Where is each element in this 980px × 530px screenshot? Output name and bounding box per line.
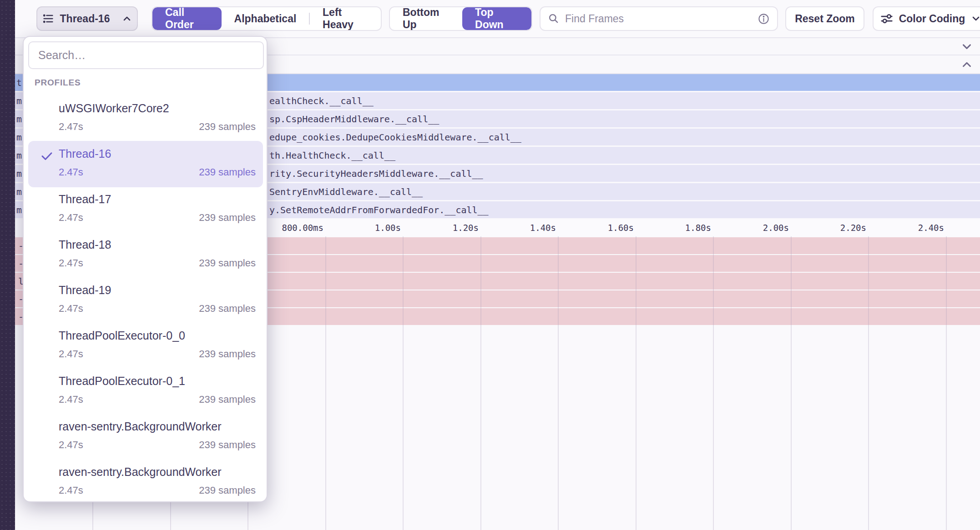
toolbar: Thread-16 Call Order Alphabetical Left H… [15,0,980,37]
profiles-dropdown-panel: PROFILES uWSGIWorker7Core2 2.47s 239 sam… [23,36,268,502]
profile-name: ThreadPoolExecutor-0_0 [59,329,185,342]
search-icon [548,13,560,25]
direction-segmented-control: Bottom Up Top Down [389,6,532,31]
tab-top-down[interactable]: Top Down [462,7,531,30]
frame-label: th.HealthCheck.__call__ [269,150,395,161]
profile-item-raven-sentry-backgroundworker-1[interactable]: raven-sentry.BackgroundWorker 2.47s 239 … [24,415,268,460]
frame-label: SentryEnvMiddleware.__call__ [269,186,423,197]
profile-duration: 2.47s [59,303,83,315]
profile-item-threadpoolexecutor-0-1[interactable]: ThreadPoolExecutor-0_1 2.47s 239 samples [24,369,268,415]
check-icon [40,149,54,163]
profile-samples: 239 samples [199,212,256,224]
info-icon[interactable] [758,13,770,25]
tab-left-heavy[interactable]: Left Heavy [310,7,381,30]
profile-duration: 2.47s [59,166,83,178]
axis-tick: 1.40s [483,223,556,233]
profile-duration: 2.47s [59,394,83,405]
profiles-list: uWSGIWorker7Core2 2.47s 239 samples Thre… [24,96,268,505]
gridline [325,236,326,530]
frame-left-char: t [16,77,22,88]
profile-name: Thread-19 [59,284,111,297]
frame-left-char: m [16,150,22,161]
axis-tick: 1.20s [406,223,479,233]
axis-tick: 2.40s [871,223,944,233]
profile-name: Thread-17 [59,193,111,206]
profile-item-thread-19[interactable]: Thread-19 2.47s 239 samples [24,278,268,324]
profile-name: Thread-18 [59,238,111,251]
axis-tick: 1.00s [328,223,401,233]
profile-item-threadpoolexecutor-0-0[interactable]: ThreadPoolExecutor-0_0 2.47s 239 samples [24,324,268,369]
axis-tick: 1.80s [638,223,711,233]
profile-samples: 239 samples [199,485,256,496]
reset-zoom-label: Reset Zoom [795,13,855,25]
frame-left-char: m [16,186,22,197]
chevron-up-icon[interactable] [960,58,974,71]
profile-samples: 239 samples [199,121,256,133]
profile-duration: 2.47s [59,212,83,224]
profile-samples: 239 samples [199,257,256,269]
gridline [713,236,714,530]
color-coding-button[interactable]: Color Coding [873,6,980,31]
frame-label: ealthCheck.__call__ [269,95,374,106]
chevron-down-icon [970,13,980,24]
profile-samples: 239 samples [199,166,256,178]
tab-alphabetical[interactable]: Alphabetical [222,7,309,30]
profile-name: raven-sentry.BackgroundWorker [59,465,222,479]
frame-left-char: m [16,95,22,106]
gridline [791,236,792,530]
axis-tick: 1.60s [561,223,634,233]
profile-item-raven-sentry-backgroundworker-2[interactable]: raven-sentry.BackgroundWorker 2.47s 239 … [24,460,268,505]
gridline [636,236,636,530]
profile-duration: 2.47s [59,257,83,269]
profile-item-thread-18[interactable]: Thread-18 2.47s 239 samples [24,233,268,278]
profiles-section-label: PROFILES [35,78,81,88]
frame-left-char: m [16,132,22,143]
axis-tick: 2.00s [716,223,789,233]
list-icon [42,12,55,25]
flamegraph-app: Thread-16 Call Order Alphabetical Left H… [0,0,980,530]
profiles-search-input[interactable] [28,41,264,69]
profile-item-thread-17[interactable]: Thread-17 2.47s 239 samples [24,187,268,233]
profile-item-uwsgiworker7core2[interactable]: uWSGIWorker7Core2 2.47s 239 samples [24,96,268,142]
sort-segmented-control: Call Order Alphabetical Left Heavy [152,6,382,31]
thread-selector-button[interactable]: Thread-16 [36,6,138,31]
frame-label: y.SetRemoteAddrFromForwardedFor.__call__ [269,205,489,215]
sliders-icon [880,12,894,25]
axis-tick: 2.20s [793,223,866,233]
profile-duration: 2.47s [59,439,83,451]
reset-zoom-button[interactable]: Reset Zoom [785,6,864,31]
frame-left-char: m [16,114,22,125]
find-frames-search[interactable] [540,6,778,31]
profile-item-thread-16[interactable]: Thread-16 2.47s 239 samples [24,142,268,187]
app-sidebar-strip [0,0,15,530]
profile-name: ThreadPoolExecutor-0_1 [59,375,185,388]
profile-duration: 2.47s [59,121,83,133]
gridline [480,236,481,530]
profile-samples: 239 samples [199,348,256,360]
thread-selector-label: Thread-16 [60,13,110,25]
profile-name: Thread-16 [59,147,111,160]
color-coding-label: Color Coding [899,13,965,25]
profile-samples: 239 samples [199,303,256,315]
find-frames-input[interactable] [565,13,752,25]
chevron-down-icon[interactable] [960,40,974,53]
profile-samples: 239 samples [199,394,256,405]
profile-samples: 239 samples [199,439,256,451]
profile-duration: 2.47s [59,485,83,496]
chevron-up-icon [121,13,132,24]
tab-bottom-up[interactable]: Bottom Up [390,7,462,30]
gridline [946,236,947,530]
tab-call-order[interactable]: Call Order [152,7,222,30]
gridline [868,236,869,530]
frame-label: edupe_cookies.DedupeCookiesMiddleware.__… [269,132,521,143]
gridline [558,236,559,530]
frame-left-char: m [16,205,22,215]
profile-name: raven-sentry.BackgroundWorker [59,420,222,433]
profile-name: uWSGIWorker7Core2 [59,102,169,115]
frame-left-char: m [16,168,22,179]
frame-label: rity.SecurityHeadersMiddleware.__call__ [269,168,483,179]
frame-label: sp.CspHeaderMiddleware.__call__ [269,114,439,125]
gridline [403,236,404,530]
profile-duration: 2.47s [59,348,83,360]
